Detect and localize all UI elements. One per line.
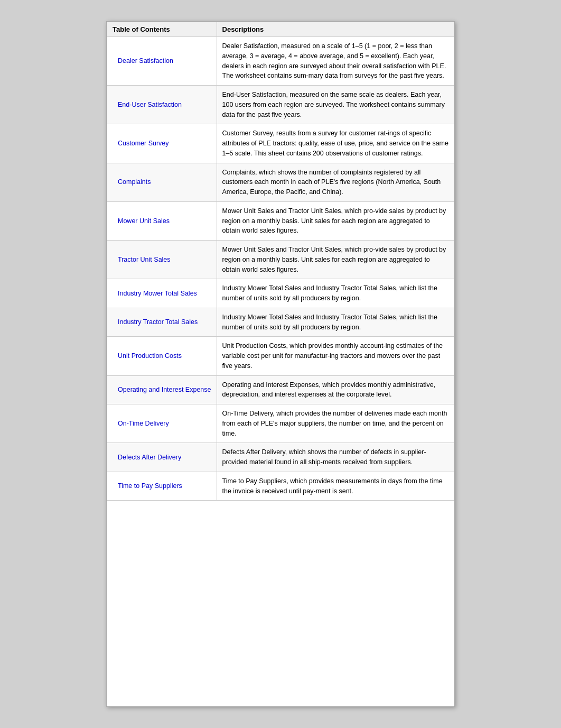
table-row: End-User SatisfactionEnd-User Satisfacti…: [107, 86, 454, 124]
toc-description: Time to Pay Suppliers, which provides me…: [217, 472, 454, 501]
toc-link[interactable]: Industry Tractor Total Sales: [107, 308, 217, 337]
table-row: ComplaintsComplaints, which shows the nu…: [107, 163, 454, 201]
toc-link[interactable]: Dealer Satisfaction: [107, 37, 217, 86]
table-row: Operating and Interest ExpenseOperating …: [107, 375, 454, 404]
toc-description: Mower Unit Sales and Tractor Unit Sales,…: [217, 241, 454, 279]
toc-link[interactable]: Industry Mower Total Sales: [107, 279, 217, 308]
col-header-toc: Table of Contents: [107, 22, 217, 37]
toc-link[interactable]: Tractor Unit Sales: [107, 241, 217, 279]
toc-description: Dealer Satisfaction, measured on a scale…: [217, 37, 454, 86]
table-row: Unit Production CostsUnit Production Cos…: [107, 337, 454, 375]
toc-link[interactable]: Operating and Interest Expense: [107, 375, 217, 404]
col-header-desc: Descriptions: [217, 22, 454, 37]
toc-link[interactable]: End-User Satisfaction: [107, 86, 217, 124]
toc-description: End-User Satisfaction, measured on the s…: [217, 86, 454, 124]
toc-description: Complaints, which shows the number of co…: [217, 163, 454, 201]
table-row: Customer SurveyCustomer Survey, results …: [107, 124, 454, 163]
toc-table: Table of Contents Descriptions Dealer Sa…: [107, 22, 454, 501]
toc-link[interactable]: Unit Production Costs: [107, 337, 217, 375]
toc-description: Industry Mower Total Sales and Industry …: [217, 308, 454, 337]
toc-description: Industry Mower Total Sales and Industry …: [217, 279, 454, 308]
main-window: Table of Contents Descriptions Dealer Sa…: [106, 21, 455, 707]
toc-link[interactable]: Time to Pay Suppliers: [107, 472, 217, 501]
table-row: Industry Mower Total SalesIndustry Mower…: [107, 279, 454, 308]
toc-description: On-Time Delivery, which provides the num…: [217, 404, 454, 443]
table-row: Defects After DeliveryDefects After Deli…: [107, 443, 454, 472]
table-row: Time to Pay SuppliersTime to Pay Supplie…: [107, 472, 454, 501]
toc-description: Customer Survey, results from a survey f…: [217, 124, 454, 163]
toc-link[interactable]: On-Time Delivery: [107, 404, 217, 443]
toc-link[interactable]: Customer Survey: [107, 124, 217, 163]
toc-link[interactable]: Defects After Delivery: [107, 443, 217, 472]
toc-link[interactable]: Mower Unit Sales: [107, 201, 217, 240]
table-row: Tractor Unit SalesMower Unit Sales and T…: [107, 241, 454, 279]
toc-description: Unit Production Costs, which provides mo…: [217, 337, 454, 375]
table-row: Dealer SatisfactionDealer Satisfaction, …: [107, 37, 454, 86]
toc-description: Operating and Interest Expenses, which p…: [217, 375, 454, 404]
toc-description: Mower Unit Sales and Tractor Unit Sales,…: [217, 201, 454, 240]
toc-link[interactable]: Complaints: [107, 163, 217, 201]
table-row: On-Time DeliveryOn-Time Delivery, which …: [107, 404, 454, 443]
table-row: Industry Tractor Total SalesIndustry Mow…: [107, 308, 454, 337]
table-row: Mower Unit SalesMower Unit Sales and Tra…: [107, 201, 454, 240]
toc-description: Defects After Delivery, which shows the …: [217, 443, 454, 472]
